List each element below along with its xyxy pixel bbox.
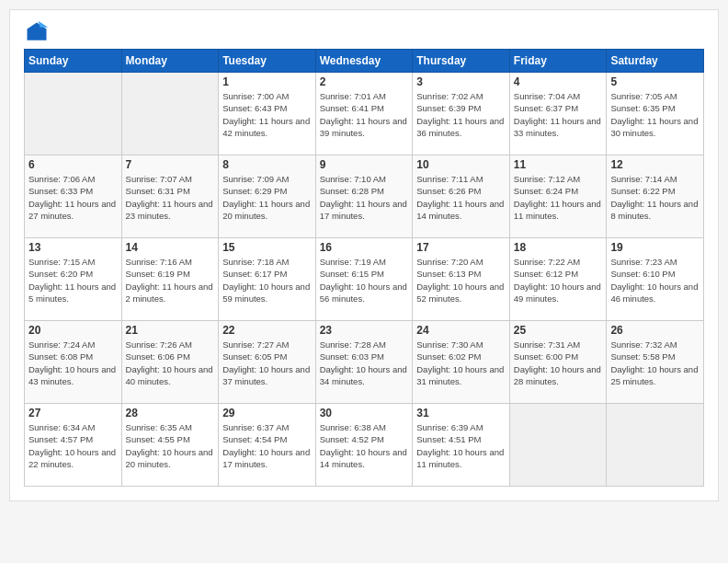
header-row: SundayMondayTuesdayWednesdayThursdayFrid… — [25, 50, 704, 73]
day-info: Sunrise: 7:26 AMSunset: 6:06 PMDaylight:… — [126, 339, 215, 387]
day-number: 26 — [610, 324, 700, 337]
day-info: Sunrise: 7:30 AMSunset: 6:02 PMDaylight:… — [416, 339, 506, 387]
day-number: 22 — [222, 324, 312, 337]
day-number: 28 — [126, 407, 215, 419]
week-row-3: 13Sunrise: 7:15 AMSunset: 6:20 PMDayligh… — [25, 238, 704, 321]
day-cell: 14Sunrise: 7:16 AMSunset: 6:19 PMDayligh… — [121, 238, 219, 321]
day-header-friday: Friday — [509, 50, 607, 73]
day-number: 20 — [28, 324, 118, 337]
day-number: 7 — [126, 158, 215, 171]
day-cell: 31Sunrise: 6:39 AMSunset: 4:51 PMDayligh… — [413, 404, 510, 487]
svg-marker-1 — [39, 21, 49, 28]
day-info: Sunrise: 6:38 AMSunset: 4:52 PMDaylight:… — [320, 421, 409, 470]
logo — [24, 19, 53, 45]
day-cell: 3Sunrise: 7:02 AMSunset: 6:39 PMDaylight… — [413, 73, 510, 155]
day-info: Sunrise: 7:02 AMSunset: 6:39 PMDaylight:… — [416, 90, 506, 139]
day-number: 25 — [514, 324, 603, 337]
day-number: 15 — [222, 241, 312, 254]
day-info: Sunrise: 7:04 AMSunset: 6:37 PMDaylight:… — [514, 90, 603, 139]
day-cell: 16Sunrise: 7:19 AMSunset: 6:15 PMDayligh… — [315, 238, 413, 321]
day-info: Sunrise: 6:34 AMSunset: 4:57 PMDaylight:… — [28, 421, 118, 470]
day-info: Sunrise: 7:31 AMSunset: 6:00 PMDaylight:… — [514, 339, 603, 387]
logo-icon — [24, 19, 50, 45]
day-header-wednesday: Wednesday — [315, 50, 413, 73]
day-number: 8 — [222, 158, 312, 171]
day-info: Sunrise: 6:37 AMSunset: 4:54 PMDaylight:… — [222, 421, 312, 470]
day-cell: 13Sunrise: 7:15 AMSunset: 6:20 PMDayligh… — [25, 238, 122, 321]
day-info: Sunrise: 7:05 AMSunset: 6:35 PMDaylight:… — [610, 90, 700, 139]
day-info: Sunrise: 7:19 AMSunset: 6:15 PMDaylight:… — [320, 256, 409, 304]
day-header-sunday: Sunday — [25, 50, 122, 73]
day-number: 30 — [320, 407, 409, 419]
day-info: Sunrise: 7:06 AMSunset: 6:33 PMDaylight:… — [28, 173, 118, 222]
day-number: 29 — [222, 407, 312, 419]
week-row-5: 27Sunrise: 6:34 AMSunset: 4:57 PMDayligh… — [25, 404, 704, 487]
day-cell: 12Sunrise: 7:14 AMSunset: 6:22 PMDayligh… — [607, 155, 704, 238]
day-info: Sunrise: 7:18 AMSunset: 6:17 PMDaylight:… — [222, 256, 312, 304]
day-cell: 4Sunrise: 7:04 AMSunset: 6:37 PMDaylight… — [509, 73, 607, 155]
header — [24, 19, 704, 45]
day-number: 17 — [416, 241, 506, 254]
day-cell: 9Sunrise: 7:10 AMSunset: 6:28 PMDaylight… — [315, 155, 413, 238]
day-info: Sunrise: 7:32 AMSunset: 5:58 PMDaylight:… — [610, 339, 700, 387]
day-number: 10 — [416, 158, 506, 171]
day-info: Sunrise: 6:35 AMSunset: 4:55 PMDaylight:… — [126, 421, 215, 470]
day-cell: 8Sunrise: 7:09 AMSunset: 6:29 PMDaylight… — [219, 155, 316, 238]
day-cell: 10Sunrise: 7:11 AMSunset: 6:26 PMDayligh… — [413, 155, 510, 238]
day-number: 21 — [126, 324, 215, 337]
day-number: 5 — [610, 75, 700, 88]
day-number: 31 — [416, 407, 506, 419]
day-cell — [121, 73, 219, 155]
day-cell: 19Sunrise: 7:23 AMSunset: 6:10 PMDayligh… — [607, 238, 704, 321]
day-info: Sunrise: 6:39 AMSunset: 4:51 PMDaylight:… — [416, 421, 506, 470]
calendar-container: SundayMondayTuesdayWednesdayThursdayFrid… — [9, 9, 719, 501]
day-cell: 24Sunrise: 7:30 AMSunset: 6:02 PMDayligh… — [413, 321, 510, 404]
day-cell: 26Sunrise: 7:32 AMSunset: 5:58 PMDayligh… — [607, 321, 704, 404]
day-number: 2 — [320, 75, 409, 88]
day-number: 14 — [126, 241, 215, 254]
day-header-monday: Monday — [121, 50, 219, 73]
day-cell: 18Sunrise: 7:22 AMSunset: 6:12 PMDayligh… — [509, 238, 607, 321]
week-row-2: 6Sunrise: 7:06 AMSunset: 6:33 PMDaylight… — [25, 155, 704, 238]
day-cell: 17Sunrise: 7:20 AMSunset: 6:13 PMDayligh… — [413, 238, 510, 321]
day-number: 18 — [514, 241, 603, 254]
day-info: Sunrise: 7:22 AMSunset: 6:12 PMDaylight:… — [514, 256, 603, 304]
day-cell: 7Sunrise: 7:07 AMSunset: 6:31 PMDaylight… — [121, 155, 219, 238]
day-cell: 29Sunrise: 6:37 AMSunset: 4:54 PMDayligh… — [219, 404, 316, 487]
day-info: Sunrise: 7:24 AMSunset: 6:08 PMDaylight:… — [28, 339, 118, 387]
day-info: Sunrise: 7:00 AMSunset: 6:43 PMDaylight:… — [222, 90, 312, 139]
day-number: 16 — [320, 241, 409, 254]
day-number: 11 — [514, 158, 603, 171]
calendar-table: SundayMondayTuesdayWednesdayThursdayFrid… — [24, 49, 704, 487]
day-info: Sunrise: 7:10 AMSunset: 6:28 PMDaylight:… — [320, 173, 409, 222]
day-header-thursday: Thursday — [413, 50, 510, 73]
day-cell — [607, 404, 704, 487]
day-cell: 30Sunrise: 6:38 AMSunset: 4:52 PMDayligh… — [315, 404, 413, 487]
day-cell: 22Sunrise: 7:27 AMSunset: 6:05 PMDayligh… — [219, 321, 316, 404]
day-header-tuesday: Tuesday — [219, 50, 316, 73]
day-number: 6 — [28, 158, 118, 171]
day-number: 19 — [610, 241, 700, 254]
day-cell — [25, 73, 122, 155]
day-number: 24 — [416, 324, 506, 337]
day-number: 13 — [28, 241, 118, 254]
day-info: Sunrise: 7:11 AMSunset: 6:26 PMDaylight:… — [416, 173, 506, 222]
week-row-4: 20Sunrise: 7:24 AMSunset: 6:08 PMDayligh… — [25, 321, 704, 404]
day-cell: 23Sunrise: 7:28 AMSunset: 6:03 PMDayligh… — [315, 321, 413, 404]
day-cell: 20Sunrise: 7:24 AMSunset: 6:08 PMDayligh… — [25, 321, 122, 404]
week-row-1: 1Sunrise: 7:00 AMSunset: 6:43 PMDaylight… — [25, 73, 704, 155]
day-cell: 1Sunrise: 7:00 AMSunset: 6:43 PMDaylight… — [219, 73, 316, 155]
day-info: Sunrise: 7:15 AMSunset: 6:20 PMDaylight:… — [28, 256, 118, 304]
day-number: 4 — [514, 75, 603, 88]
day-number: 23 — [320, 324, 409, 337]
day-info: Sunrise: 7:27 AMSunset: 6:05 PMDaylight:… — [222, 339, 312, 387]
day-info: Sunrise: 7:23 AMSunset: 6:10 PMDaylight:… — [610, 256, 700, 304]
day-cell: 15Sunrise: 7:18 AMSunset: 6:17 PMDayligh… — [219, 238, 316, 321]
day-cell: 21Sunrise: 7:26 AMSunset: 6:06 PMDayligh… — [121, 321, 219, 404]
day-info: Sunrise: 7:12 AMSunset: 6:24 PMDaylight:… — [514, 173, 603, 222]
day-header-saturday: Saturday — [607, 50, 704, 73]
day-number: 12 — [610, 158, 700, 171]
day-info: Sunrise: 7:09 AMSunset: 6:29 PMDaylight:… — [222, 173, 312, 222]
day-cell: 6Sunrise: 7:06 AMSunset: 6:33 PMDaylight… — [25, 155, 122, 238]
day-cell: 5Sunrise: 7:05 AMSunset: 6:35 PMDaylight… — [607, 73, 704, 155]
